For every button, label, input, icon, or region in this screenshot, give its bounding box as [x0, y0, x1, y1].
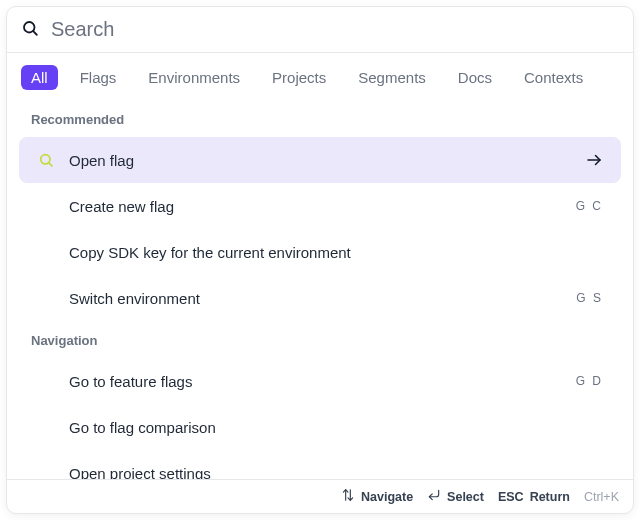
item-open-project-settings[interactable]: Open project settings [19, 450, 621, 479]
section-header-navigation: Navigation [9, 321, 631, 358]
item-go-to-flag-comparison[interactable]: Go to flag comparison [19, 404, 621, 450]
tab-flags[interactable]: Flags [70, 65, 127, 90]
enter-icon [427, 488, 441, 505]
tab-docs[interactable]: Docs [448, 65, 502, 90]
search-row [7, 7, 633, 52]
section-header-recommended: Recommended [9, 100, 631, 137]
hint-select: Select [427, 488, 484, 505]
results-list: Recommended Open flag Create new flag G … [7, 100, 633, 479]
search-icon-accent [37, 152, 55, 168]
item-label: Go to feature flags [69, 373, 562, 390]
command-palette: All Flags Environments Projects Segments… [6, 6, 634, 514]
item-label: Switch environment [69, 290, 562, 307]
tabs: All Flags Environments Projects Segments… [7, 53, 633, 100]
shortcut: G C [576, 199, 603, 213]
item-label: Create new flag [69, 198, 562, 215]
item-open-flag[interactable]: Open flag [19, 137, 621, 183]
item-label: Open project settings [69, 465, 589, 480]
tab-projects[interactable]: Projects [262, 65, 336, 90]
tab-segments[interactable]: Segments [348, 65, 436, 90]
item-label: Copy SDK key for the current environment [69, 244, 589, 261]
search-input[interactable] [49, 17, 619, 42]
shortcut: G S [576, 291, 603, 305]
hint-shortcut: Ctrl+K [584, 490, 619, 504]
esc-key: ESC [498, 490, 524, 504]
item-go-to-feature-flags[interactable]: Go to feature flags G D [19, 358, 621, 404]
tab-all[interactable]: All [21, 65, 58, 90]
hint-navigate: Navigate [341, 488, 413, 505]
item-switch-environment[interactable]: Switch environment G S [19, 275, 621, 321]
svg-line-1 [33, 31, 36, 34]
item-copy-sdk-key[interactable]: Copy SDK key for the current environment [19, 229, 621, 275]
hint-label: Return [530, 490, 570, 504]
footer: Navigate Select ESC Return Ctrl+K [7, 479, 633, 513]
hint-label: Select [447, 490, 484, 504]
svg-line-3 [49, 163, 52, 166]
search-icon [21, 19, 39, 41]
tab-contexts[interactable]: Contexts [514, 65, 593, 90]
tab-environments[interactable]: Environments [138, 65, 250, 90]
updown-icon [341, 488, 355, 505]
shortcut-label: Ctrl+K [584, 490, 619, 504]
item-label: Open flag [69, 152, 571, 169]
item-create-new-flag[interactable]: Create new flag G C [19, 183, 621, 229]
hint-label: Navigate [361, 490, 413, 504]
item-label: Go to flag comparison [69, 419, 589, 436]
hint-return: ESC Return [498, 490, 570, 504]
shortcut: G D [576, 374, 603, 388]
arrow-right-icon [585, 151, 603, 169]
